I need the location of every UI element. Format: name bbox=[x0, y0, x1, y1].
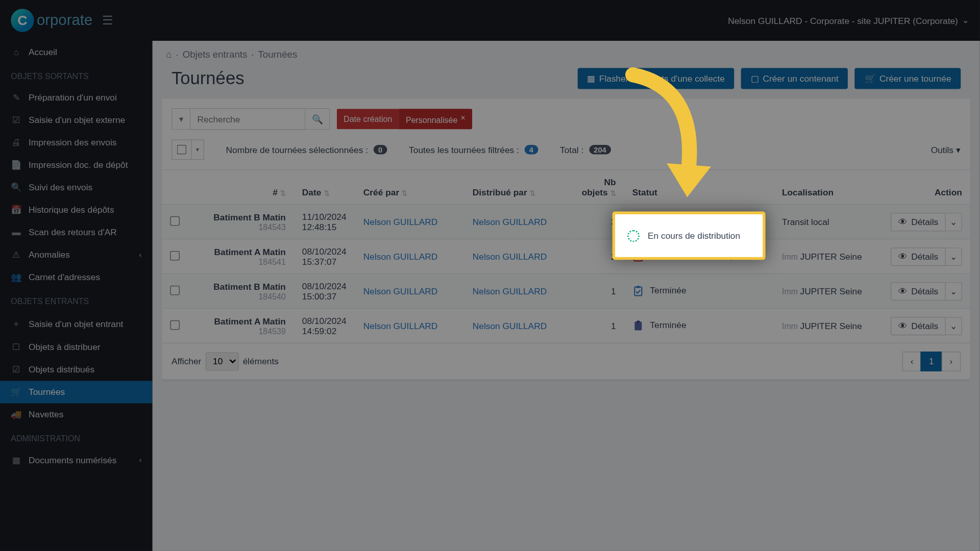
row-actions-dropdown[interactable]: ⌄ bbox=[946, 213, 962, 231]
sort-icon[interactable]: ⇅ bbox=[280, 189, 286, 197]
sidebar-icon: ☐ bbox=[11, 342, 21, 352]
total-count: 204 bbox=[589, 145, 611, 155]
chevron-left-icon: ‹ bbox=[139, 456, 141, 464]
sidebar-item[interactable]: 🚚Navettes bbox=[0, 403, 153, 425]
sidebar-icon: ▦ bbox=[11, 455, 21, 465]
breadcrumb: ⌂ · Objets entrants · Tournées bbox=[153, 41, 980, 68]
sidebar-item[interactable]: ☑Saisie d'un objet externe bbox=[0, 109, 153, 131]
selected-label: Nombre de tournées sélectionnées : bbox=[226, 144, 368, 155]
sidebar-home[interactable]: ⌂Accueil bbox=[0, 41, 153, 63]
details-button[interactable]: 👁 Détails bbox=[891, 282, 946, 300]
clipboard-check-icon bbox=[632, 285, 645, 297]
chevron-down-icon: ⌄ bbox=[962, 16, 969, 26]
sidebar-section-out: OBJETS SORTANTS bbox=[0, 63, 153, 86]
clipboard-icon bbox=[632, 320, 645, 332]
sidebar-item[interactable]: ✎Préparation d'un envoi bbox=[0, 86, 153, 109]
eye-icon: 👁 bbox=[898, 252, 907, 262]
tools-dropdown[interactable]: Outils ▾ bbox=[931, 144, 961, 155]
home-icon: ⌂ bbox=[11, 47, 21, 57]
sidebar-item[interactable]: ⚠Anomalies‹ bbox=[0, 243, 153, 266]
tours-table: #⇅ Date⇅ Créé par⇅ Distribué par⇅ Nb obj… bbox=[162, 169, 970, 343]
row-checkbox[interactable] bbox=[170, 320, 180, 330]
menu-toggle-icon[interactable]: ☰ bbox=[102, 13, 113, 28]
remove-tag-icon[interactable]: ✕ bbox=[460, 114, 466, 121]
filtered-count: 4 bbox=[525, 145, 538, 155]
sort-icon[interactable]: ⇅ bbox=[530, 189, 535, 197]
page-prev[interactable]: ‹ bbox=[902, 352, 922, 371]
sidebar-icon: 🚚 bbox=[11, 409, 21, 419]
eye-icon: 👁 bbox=[898, 217, 907, 227]
logo-text: orporate bbox=[37, 12, 92, 30]
panel: ▾ 🔍 Date création Personnalisée✕ ▾ Nombr… bbox=[162, 98, 970, 380]
sidebar-item[interactable]: 🔍Suivi des envois bbox=[0, 176, 153, 198]
distributed-by-link[interactable]: Nelson GUILLARD bbox=[473, 286, 547, 296]
sidebar-icon: 📄 bbox=[11, 160, 21, 170]
page-next[interactable]: › bbox=[941, 352, 961, 371]
create-container-button[interactable]: ▢Créer un contenant bbox=[741, 68, 848, 89]
row-actions-dropdown[interactable]: ⌄ bbox=[946, 282, 962, 300]
sort-icon[interactable]: ⇅ bbox=[610, 189, 616, 197]
progress-icon bbox=[627, 230, 640, 242]
sidebar-item[interactable]: 📅Historique des dépôts bbox=[0, 198, 153, 221]
sidebar-item[interactable]: 🖨Impression des envois bbox=[0, 131, 153, 154]
flash-button[interactable]: ▦Flasher les objets d'une collecte bbox=[577, 68, 734, 89]
pagesize-select[interactable]: 10 bbox=[205, 352, 238, 370]
selected-count: 0 bbox=[374, 145, 387, 155]
table-row: Batiment A Matin184539 08/10/202414:59:0… bbox=[162, 309, 970, 343]
page-current[interactable]: 1 bbox=[921, 352, 942, 371]
table-row: Batiment B Matin184543 11/10/202412:48:1… bbox=[162, 205, 970, 239]
created-by-link[interactable]: Nelson GUILLARD bbox=[363, 286, 437, 296]
row-checkbox[interactable] bbox=[170, 251, 180, 260]
row-actions-dropdown[interactable]: ⌄ bbox=[946, 317, 962, 335]
sort-icon[interactable]: ⇅ bbox=[402, 189, 407, 197]
sidebar-item[interactable]: ▬Scan des retours d'AR bbox=[0, 221, 153, 243]
sidebar-item[interactable]: 🛒Tournées bbox=[0, 381, 153, 403]
caret-down-icon: ▾ bbox=[179, 114, 183, 124]
select-all-dropdown[interactable]: ▾ bbox=[192, 139, 204, 160]
row-checkbox[interactable] bbox=[170, 285, 180, 295]
search-filter-dropdown[interactable]: ▾ bbox=[172, 108, 190, 130]
distributed-by-link[interactable]: Nelson GUILLARD bbox=[473, 252, 547, 262]
sidebar-icon: ▬ bbox=[11, 227, 21, 237]
filter-tag[interactable]: Date création Personnalisée✕ bbox=[337, 109, 473, 129]
search-input[interactable] bbox=[190, 108, 306, 130]
breadcrumb-a[interactable]: Objets entrants bbox=[183, 49, 248, 60]
distributed-by-link[interactable]: Nelson GUILLARD bbox=[473, 321, 547, 331]
search-button[interactable]: 🔍 bbox=[306, 108, 330, 130]
total-label: Total : bbox=[560, 144, 583, 155]
sidebar-item[interactable]: ☐Objets à distribuer bbox=[0, 336, 153, 359]
sidebar-icon: 👥 bbox=[11, 272, 21, 282]
row-checkbox[interactable] bbox=[170, 216, 180, 226]
created-by-link[interactable]: Nelson GUILLARD bbox=[363, 217, 437, 227]
sidebar-item[interactable]: 📄Impression doc. de dépôt bbox=[0, 154, 153, 176]
page-title: Tournées bbox=[172, 68, 244, 89]
pagination: ‹ 1 › bbox=[903, 352, 961, 371]
sidebar-item[interactable]: ☑Objets distribués bbox=[0, 358, 153, 381]
details-button[interactable]: 👁 Détails bbox=[891, 317, 946, 335]
create-tour-button[interactable]: 🛒Créer une tournée bbox=[855, 68, 961, 89]
created-by-link[interactable]: Nelson GUILLARD bbox=[363, 252, 437, 262]
details-button[interactable]: 👁 Détails bbox=[891, 247, 946, 266]
sidebar-icon: 🛒 bbox=[11, 387, 21, 397]
created-by-link[interactable]: Nelson GUILLARD bbox=[363, 321, 437, 331]
chevron-left-icon: ‹ bbox=[139, 251, 141, 259]
distributed-by-link[interactable]: Nelson GUILLARD bbox=[473, 217, 547, 227]
sidebar-item[interactable]: 👥Carnet d'adresses bbox=[0, 266, 153, 288]
details-button[interactable]: 👁 Détails bbox=[891, 213, 946, 231]
sidebar-icon: 🔍 bbox=[11, 182, 21, 192]
sidebar: ⌂Accueil OBJETS SORTANTS ✎Préparation d'… bbox=[0, 41, 153, 551]
show-label: Afficher bbox=[172, 356, 201, 366]
box-icon: ▢ bbox=[751, 73, 759, 84]
select-all-checkbox[interactable] bbox=[172, 139, 192, 160]
sidebar-icon: ＋ bbox=[11, 318, 21, 330]
row-actions-dropdown[interactable]: ⌄ bbox=[946, 247, 962, 266]
breadcrumb-home-icon[interactable]: ⌂ bbox=[166, 49, 172, 60]
logo[interactable]: C orporate bbox=[11, 9, 92, 32]
sidebar-item[interactable]: ▦Documents numérisés‹ bbox=[0, 449, 153, 471]
sidebar-item[interactable]: ＋Saisie d'un objet entrant bbox=[0, 312, 153, 336]
sort-icon[interactable]: ⇅ bbox=[324, 189, 330, 197]
cart-icon: 🛒 bbox=[865, 73, 875, 84]
eye-icon: 👁 bbox=[898, 321, 907, 331]
svg-rect-2 bbox=[637, 286, 640, 288]
user-menu[interactable]: Nelson GUILLARD - Corporate - site JUPIT… bbox=[728, 15, 969, 26]
